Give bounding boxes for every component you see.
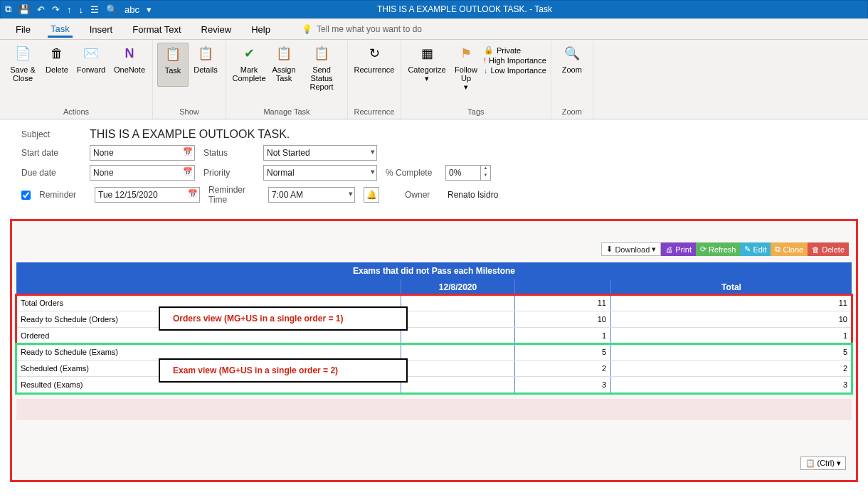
clone-button[interactable]: ⧉Clone xyxy=(771,242,808,256)
download-button[interactable]: ⬇Download▾ xyxy=(601,242,661,256)
col-date: 12/8/2020 xyxy=(401,279,514,295)
col-total: Total xyxy=(610,279,852,295)
quick-access-toolbar: ⧉ 💾 ↶ ↷ ↑ ↓ ☲ 🔍 abc ▾ xyxy=(5,4,152,15)
table-row: Ordered11 xyxy=(16,328,852,344)
qat-more-icon[interactable]: ▾ xyxy=(147,4,152,15)
tags-options: 🔒Private !High Importance ↓Low Importanc… xyxy=(484,43,546,75)
calendar-icon[interactable]: 📅 xyxy=(183,147,193,156)
refresh-icon: ⟳ xyxy=(700,245,706,254)
group-label-actions: Actions xyxy=(4,106,148,119)
forward-button[interactable]: ✉️Forward xyxy=(73,43,110,85)
ribbon-group-zoom: 🔍Zoom Zoom xyxy=(551,40,593,119)
up-icon[interactable]: ↑ xyxy=(67,4,72,15)
chevron-down-icon[interactable]: ▾ xyxy=(371,167,375,176)
due-date-label: Due date xyxy=(21,168,81,178)
onenote-button[interactable]: NOneNote xyxy=(111,43,148,85)
window-title: THIS IS A EXAMPLE OUTLOOK TASK. - Task xyxy=(152,4,778,14)
save-close-icon: 📄 xyxy=(14,46,31,63)
calendar-icon[interactable]: 📅 xyxy=(183,167,193,176)
due-date-input[interactable]: None📅 xyxy=(90,165,195,181)
clone-icon: ⧉ xyxy=(775,245,780,254)
report-title: Exams that did not Pass each Milestone xyxy=(16,262,852,279)
clipboard-icon: 📋 xyxy=(197,46,214,63)
subject-value[interactable]: THIS IS A EXAMPLE OUTLOOK TASK. xyxy=(90,128,290,141)
sound-button[interactable]: 🔔 xyxy=(364,187,379,203)
priority-label: Priority xyxy=(203,168,255,178)
footer-bar xyxy=(16,399,852,420)
categorize-icon: ▦ xyxy=(418,46,435,63)
assign-task-button[interactable]: 📋Assign Task xyxy=(269,43,299,85)
zoom-icon: 🔍 xyxy=(563,46,581,63)
task-view-button[interactable]: 📋Task xyxy=(157,43,189,87)
send-status-button[interactable]: 📋Send Status Report xyxy=(300,43,343,94)
list-icon[interactable]: ☲ xyxy=(90,4,99,15)
status-label: Status xyxy=(203,148,255,158)
priority-select[interactable]: Normal▾ xyxy=(263,165,377,181)
trash-icon: 🗑 xyxy=(48,46,65,63)
save-close-button[interactable]: 📄Save & Close xyxy=(4,43,41,85)
ribbon-group-show: 📋Task 📋Details Show xyxy=(153,40,226,119)
save-icon[interactable]: 💾 xyxy=(18,4,30,15)
chevron-down-icon[interactable]: ▾ xyxy=(349,189,353,198)
start-date-input[interactable]: None📅 xyxy=(90,145,195,161)
categorize-button[interactable]: ▦Categorize▾ xyxy=(406,43,448,85)
chevron-down-icon[interactable]: ▾ xyxy=(371,147,375,156)
qat-item-icon[interactable]: ⧉ xyxy=(5,4,11,15)
table-row: Total Orders1111 xyxy=(16,295,852,311)
details-view-button[interactable]: 📋Details xyxy=(190,43,221,85)
ribbon-group-manage: ✔Mark Complete 📋Assign Task 📋Send Status… xyxy=(226,40,348,119)
redo-icon[interactable]: ↷ xyxy=(52,4,60,15)
tab-review[interactable]: Review xyxy=(199,21,235,36)
followup-button[interactable]: ⚑Follow Up▾ xyxy=(450,43,482,94)
undo-icon[interactable]: ↶ xyxy=(37,4,45,15)
reminder-date-input[interactable]: Tue 12/15/2020📅 xyxy=(95,187,200,203)
edit-icon: ✎ xyxy=(744,245,751,254)
strike-icon[interactable]: abc xyxy=(125,4,139,15)
onenote-icon: N xyxy=(121,46,138,63)
mark-complete-button[interactable]: ✔Mark Complete xyxy=(231,43,268,85)
col-spacer xyxy=(514,279,610,295)
reminder-checkbox[interactable] xyxy=(21,191,31,200)
private-toggle[interactable]: 🔒Private xyxy=(484,46,546,55)
down-icon[interactable]: ↓ xyxy=(79,4,84,15)
table-row: Scheduled (Exams)22 xyxy=(16,361,852,377)
tab-format-text[interactable]: Format Text xyxy=(129,21,184,36)
forward-icon: ✉️ xyxy=(83,46,100,63)
delete-button[interactable]: 🗑Delete xyxy=(43,43,71,85)
status-select[interactable]: Not Started▾ xyxy=(263,145,377,161)
paste-options-button[interactable]: 📋(Ctrl) ▾ xyxy=(800,456,847,470)
refresh-button[interactable]: ⟳Refresh xyxy=(696,242,741,256)
tab-help[interactable]: Help xyxy=(248,21,273,36)
bulb-icon: 💡 xyxy=(302,24,312,34)
tell-me-search[interactable]: 💡 Tell me what you want to do xyxy=(302,24,422,34)
recurrence-button[interactable]: ↻Recurrence xyxy=(352,43,396,85)
report-table: Exams that did not Pass each Milestone 1… xyxy=(16,262,852,393)
check-icon: ✔ xyxy=(240,46,258,63)
edit-button[interactable]: ✎Edit xyxy=(740,242,771,256)
reminder-label: Reminder xyxy=(39,190,86,200)
recurrence-icon: ↻ xyxy=(366,46,383,63)
high-importance-toggle[interactable]: !High Importance xyxy=(484,56,546,65)
exclaim-icon: ! xyxy=(484,56,486,65)
print-button[interactable]: 🖨Print xyxy=(661,242,696,256)
report-delete-button[interactable]: 🗑Delete xyxy=(808,242,849,256)
calendar-icon[interactable]: 📅 xyxy=(188,189,198,198)
percent-complete-input[interactable]: 0% xyxy=(445,165,481,181)
tab-task[interactable]: Task xyxy=(48,21,73,38)
group-label-tags: Tags xyxy=(406,106,546,119)
spinner[interactable]: ▲▼ xyxy=(481,165,491,181)
low-importance-toggle[interactable]: ↓Low Importance xyxy=(484,66,546,75)
tab-file[interactable]: File xyxy=(13,21,33,36)
ribbon-group-tags: ▦Categorize▾ ⚑Follow Up▾ 🔒Private !High … xyxy=(401,40,551,119)
download-icon: ⬇ xyxy=(606,245,613,254)
reminder-time-select[interactable]: 7:00 AM▾ xyxy=(268,187,355,203)
title-bar: ⧉ 💾 ↶ ↷ ↑ ↓ ☲ 🔍 abc ▾ THIS IS A EXAMPLE … xyxy=(0,0,868,18)
search-icon[interactable]: 🔍 xyxy=(106,4,117,15)
ribbon-group-actions: 📄Save & Close 🗑Delete ✉️Forward NOneNote… xyxy=(0,40,153,119)
tell-me-label: Tell me what you want to do xyxy=(317,24,422,34)
assign-icon: 📋 xyxy=(275,46,292,63)
ribbon-group-recurrence: ↻Recurrence Recurrence xyxy=(348,40,401,119)
zoom-button[interactable]: 🔍Zoom xyxy=(556,43,588,85)
tab-insert[interactable]: Insert xyxy=(87,21,116,36)
task-body: ⬇Download▾ 🖨Print ⟳Refresh ✎Edit ⧉Clone … xyxy=(10,219,858,482)
